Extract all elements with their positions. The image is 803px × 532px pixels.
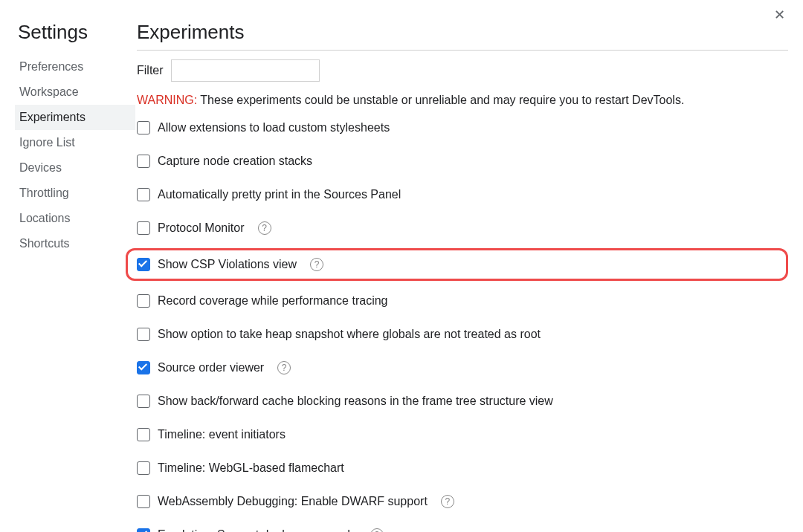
experiment-row: Protocol Monitor? [137,219,788,237]
experiment-row: Show CSP Violations view? [126,248,788,281]
experiment-checkbox[interactable] [137,495,150,508]
experiment-checkbox[interactable] [137,528,150,532]
experiment-label: Protocol Monitor [158,221,245,235]
experiment-checkbox[interactable] [137,221,150,235]
experiment-row: WebAssembly Debugging: Enable DWARF supp… [137,493,788,510]
experiments-pane: Experiments Filter WARNING: These experi… [135,21,788,532]
sidebar-list: PreferencesWorkspaceExperimentsIgnore Li… [15,54,135,256]
experiment-list: Allow extensions to load custom styleshe… [137,119,788,532]
sidebar-item-devices[interactable]: Devices [15,155,135,181]
experiment-label: Show option to take heap snapshot where … [158,328,541,341]
experiment-row: Automatically pretty print in the Source… [137,186,788,204]
warning-message: WARNING: These experiments could be unst… [137,94,788,107]
experiment-label: Record coverage while performance tracin… [158,294,387,308]
experiment-label: Allow extensions to load custom styleshe… [158,121,390,134]
experiment-label: Source order viewer [158,361,264,374]
experiment-label: WebAssembly Debugging: Enable DWARF supp… [158,495,428,508]
settings-sidebar: Settings PreferencesWorkspaceExperiments… [15,21,135,532]
filter-label: Filter [137,64,164,77]
experiment-row: Timeline: WebGL-based flamechart [137,459,788,477]
sidebar-item-locations[interactable]: Locations [15,206,135,231]
experiment-checkbox[interactable] [137,155,150,168]
sidebar-title: Settings [15,21,135,44]
settings-panel: ✕ Settings PreferencesWorkspaceExperimen… [0,0,803,532]
experiment-checkbox[interactable] [137,461,150,475]
close-icon[interactable]: ✕ [772,7,787,22]
experiment-checkbox[interactable] [137,121,150,134]
experiment-checkbox[interactable] [137,294,150,308]
experiment-checkbox[interactable] [137,188,150,201]
experiment-label: Emulation: Support dual screen mode [158,528,357,532]
warning-prefix: WARNING: [137,94,197,106]
sidebar-item-shortcuts[interactable]: Shortcuts [15,231,135,256]
experiment-checkbox[interactable] [137,361,150,374]
help-icon[interactable]: ? [441,495,454,508]
experiment-label: Show back/forward cache blocking reasons… [158,395,553,408]
experiment-label: Capture node creation stacks [158,155,312,168]
experiment-checkbox[interactable] [137,328,150,341]
experiment-row: Capture node creation stacks [137,152,788,170]
experiment-label: Show CSP Violations view [158,258,297,271]
experiment-checkbox[interactable] [137,395,150,408]
warning-text: These experiments could be unstable or u… [197,94,684,106]
page-title: Experiments [137,21,788,51]
experiment-row: Timeline: event initiators [137,426,788,444]
experiment-checkbox[interactable] [137,258,150,271]
sidebar-item-ignore-list[interactable]: Ignore List [15,130,135,155]
help-icon[interactable]: ? [277,361,291,374]
experiment-checkbox[interactable] [137,428,150,441]
filter-input[interactable] [171,59,320,82]
sidebar-item-workspace[interactable]: Workspace [15,80,135,105]
help-icon[interactable]: ? [258,221,271,235]
filter-row: Filter [137,59,788,82]
experiment-row: Show option to take heap snapshot where … [137,325,788,343]
help-icon[interactable]: ? [310,258,323,271]
experiment-row: Source order viewer? [137,359,788,377]
experiment-label: Timeline: WebGL-based flamechart [158,461,344,475]
experiment-label: Timeline: event initiators [158,428,286,441]
sidebar-item-preferences[interactable]: Preferences [15,54,135,80]
sidebar-item-throttling[interactable]: Throttling [15,181,135,206]
experiment-label: Automatically pretty print in the Source… [158,188,401,201]
experiment-row: Allow extensions to load custom styleshe… [137,119,788,137]
sidebar-item-experiments[interactable]: Experiments [15,105,135,130]
experiment-row: Emulation: Support dual screen mode? [137,526,788,532]
experiment-row: Record coverage while performance tracin… [137,292,788,310]
help-icon[interactable]: ? [370,528,384,532]
experiment-row: Show back/forward cache blocking reasons… [137,392,788,410]
